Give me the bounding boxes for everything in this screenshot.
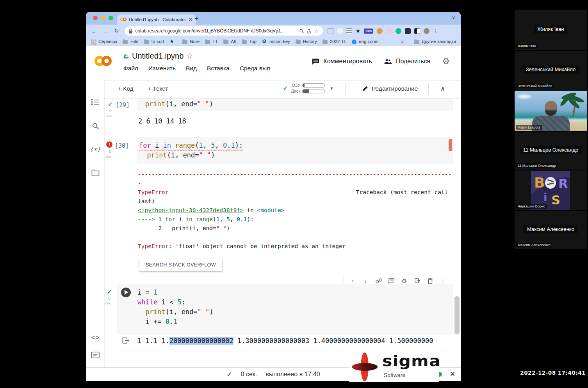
bookmark-item[interactable]: Сервисы (91, 39, 117, 44)
url-text: colab.research.google.com/drive/1LjBYBCB… (135, 28, 296, 34)
docs-extension-icon[interactable] (328, 28, 333, 34)
find-replace-icon[interactable] (86, 122, 105, 130)
participant-label: Черкашин Борис (516, 204, 547, 209)
add-code-button[interactable]: + Код (118, 85, 134, 92)
cloud-extension-icon[interactable] (337, 28, 343, 34)
bookmark-item[interactable]: Top (242, 39, 257, 44)
bookmark-item[interactable]: TT (205, 39, 218, 44)
while-cell-editor[interactable]: i = 1while i < 5: print(i, end=" ") i +=… (137, 288, 214, 327)
bookmark-item[interactable]: A8 (223, 39, 236, 44)
back-button[interactable]: ← (91, 28, 97, 34)
bookmarks-divider (409, 39, 409, 44)
address-bar[interactable]: colab.research.google.com/drive/1LjBYBCB… (125, 26, 323, 36)
error-traceback: ----------------------------------------… (138, 170, 453, 251)
new-tab-button[interactable]: + (194, 15, 198, 23)
browser-menu-icon[interactable]: ⋮ (433, 28, 438, 34)
code-snippets-icon[interactable]: < > (86, 334, 105, 341)
files-icon[interactable] (86, 169, 105, 176)
resources-widget[interactable]: ✓ ОЗУ Диск ▼ (283, 83, 334, 93)
browser-window: Untitled1.ipynb - Colaboratory ✕ + ∨ ← →… (86, 12, 461, 381)
add-text-button[interactable]: + Текст (148, 85, 168, 92)
cell-more-actions-icon[interactable]: ⋮ (438, 277, 448, 284)
window-close-button[interactable] (93, 16, 98, 20)
share-icon[interactable] (307, 29, 312, 34)
star-notebook-icon[interactable]: ☆ (187, 52, 192, 60)
pink-extension-icon[interactable] (386, 28, 392, 34)
sigma-software-label: Software (384, 372, 405, 378)
scrollbar-thumb[interactable] (454, 296, 460, 334)
reload-button[interactable]: ↻ (114, 27, 119, 34)
move-cell-up-icon[interactable]: ↑ (348, 278, 358, 284)
window-minimize-button[interactable] (101, 16, 105, 20)
table-of-contents-icon[interactable] (86, 99, 105, 105)
bookmark-item[interactable]: History (296, 39, 317, 44)
window-zoom-button[interactable] (109, 16, 113, 20)
bookmark-item[interactable]: Nure (182, 39, 200, 44)
search-icon[interactable] (299, 29, 304, 34)
tab-close-icon[interactable]: ✕ (189, 17, 192, 22)
cell-settings-gear-icon[interactable]: ⚙ (399, 277, 409, 284)
participant-tile[interactable]: Зеленський Михайло Зеленський Михайло (515, 51, 587, 90)
menu-item[interactable]: Вид (186, 65, 197, 72)
collapse-toolbar-icon[interactable]: ∧ (440, 85, 445, 92)
badge-extension-icon[interactable]: 2385 (364, 29, 373, 34)
profile-avatar[interactable] (424, 28, 429, 34)
bookmark-item[interactable]: eng.zoom (351, 39, 379, 44)
tab-strip-chevron-icon[interactable]: ∨ (452, 15, 455, 20)
move-cell-down-icon[interactable]: ↓ (361, 278, 371, 284)
browser-tab[interactable]: Untitled1.ipynb - Colaboratory ✕ (117, 14, 196, 25)
run-cell-button[interactable] (121, 288, 131, 297)
participant-tile[interactable]: Максим Алексеенко Максим Алексеенко (515, 211, 587, 249)
search-stack-overflow-button[interactable]: SEARCH STACK OVERFLOW (139, 259, 223, 271)
bookmark-item[interactable]: notion-key (262, 39, 290, 44)
bookmarks-overflow-chevron[interactable]: » (401, 39, 403, 44)
orange-extension-icon[interactable] (377, 28, 383, 34)
cell-30-editor[interactable]: for i in range(1, 5, 0.1): print(i, end=… (139, 141, 243, 160)
bookmark-item[interactable] (169, 39, 177, 44)
grammarly-extension-icon[interactable] (396, 28, 401, 34)
cell-30-error-badge[interactable]: ! (106, 141, 112, 148)
darkreader-extension-icon[interactable] (414, 28, 420, 34)
participant-tile[interactable]: 11 Мальцев Олександр 11 Мальцев Олександ… (515, 132, 587, 170)
participant-label: Зеленський Михайло (516, 84, 554, 88)
edit-mode-button[interactable]: Редактирование (362, 85, 418, 92)
resources-dropdown-icon[interactable]: ▼ (330, 86, 334, 91)
list-extension-icon[interactable] (346, 28, 352, 34)
bookmark-item[interactable]: to-sort (144, 39, 164, 44)
settings-gear-icon[interactable]: ⚙ (442, 56, 450, 66)
menu-item[interactable]: Файл (123, 65, 138, 72)
puzzle-extension-icon[interactable] (405, 28, 411, 34)
add-comment-icon[interactable] (387, 278, 396, 284)
notebook-title[interactable]: Untitled1.ipynb (132, 52, 184, 61)
status-close-icon[interactable]: ✕ (450, 370, 455, 378)
mirror-cell-icon[interactable] (412, 278, 422, 284)
error-scroll-marker[interactable] (449, 139, 452, 151)
participant-video-tile[interactable]: Vitaliy Lyapota (515, 91, 587, 131)
bookmark-star-icon[interactable]: ☆ (314, 28, 319, 34)
share-button[interactable]: Поделиться (384, 58, 430, 65)
while-cell-output[interactable]: 1 1.1 1.2000000000000002 1.3000000000000… (137, 336, 454, 345)
star-extension-icon[interactable]: ★ (356, 28, 361, 34)
left-rail: {x} < > (86, 80, 105, 367)
cell-30-exec-time: 0 (109, 150, 111, 154)
cell-29-editor[interactable]: print(i, end=" ") (145, 99, 213, 109)
menu-item[interactable]: Вставка (207, 65, 230, 72)
terminal-icon[interactable] (86, 352, 105, 358)
variables-icon[interactable]: {x} (86, 146, 105, 153)
forward-button[interactable]: → (103, 28, 109, 34)
comment-button[interactable]: Комментировать (312, 58, 372, 65)
other-bookmarks[interactable]: Другие закладки (414, 39, 456, 44)
disk-label: Диск (291, 89, 300, 93)
participant-tile[interactable]: Жиляк Іван Жиляк Іван (515, 10, 587, 50)
drive-icon (123, 54, 129, 59)
participant-avatar-tile[interactable]: B R i S Черкашин Борис (515, 170, 587, 210)
participant-name: Зеленський Михайло (522, 65, 579, 73)
bookmark-item[interactable]: 2022-11 (323, 39, 346, 44)
bookmark-label: eng.zoom (359, 39, 379, 44)
navigation-bar: ← → ↻ colab.research.google.com/drive/1L… (86, 25, 461, 37)
menu-item[interactable]: Среда вып (240, 65, 270, 72)
menu-item[interactable]: Изменить (148, 65, 176, 72)
bookmark-item[interactable]: ~old (123, 39, 139, 44)
delete-cell-icon[interactable] (425, 278, 435, 284)
link-to-cell-icon[interactable] (374, 278, 383, 284)
